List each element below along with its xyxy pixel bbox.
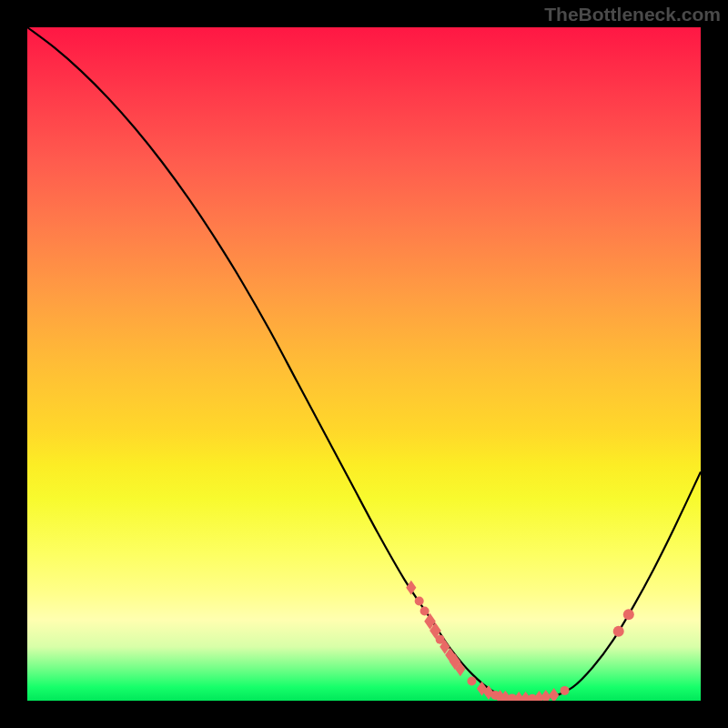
marker-circle	[623, 609, 634, 620]
chart-markers	[406, 581, 634, 701]
marker-circle	[613, 626, 624, 637]
marker-circle	[415, 596, 424, 605]
marker-circle	[467, 677, 476, 686]
chart-plot-area	[27, 27, 701, 701]
marker-diamond	[406, 581, 416, 595]
watermark-text: TheBottleneck.com	[544, 4, 721, 25]
bottleneck-curve	[27, 27, 701, 699]
marker-circle	[420, 607, 430, 616]
chart-svg	[27, 27, 701, 701]
marker-circle	[561, 686, 570, 695]
marker-diamond	[549, 688, 559, 701]
